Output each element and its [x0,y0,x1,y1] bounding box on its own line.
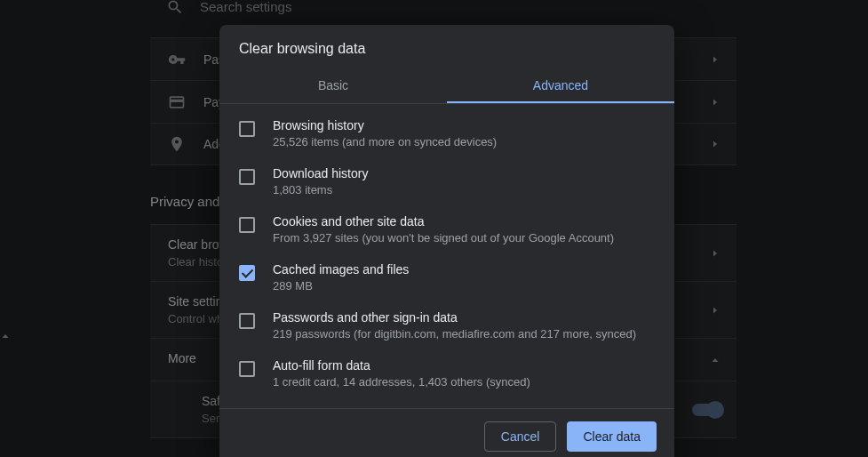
item-download-history[interactable]: Download history 1,803 items [219,157,674,205]
clear-data-button[interactable]: Clear data [567,421,657,452]
item-browsing-history[interactable]: Browsing history 25,526 items (and more … [219,109,674,157]
clear-browsing-data-dialog: Clear browsing data Basic Advanced Brows… [219,25,674,457]
item-cached[interactable]: Cached images and files 289 MB [219,253,674,301]
checkbox[interactable] [239,217,255,233]
tab-advanced[interactable]: Advanced [447,68,674,103]
item-cookies[interactable]: Cookies and other site data From 3,927 s… [219,205,674,253]
tab-basic[interactable]: Basic [219,68,447,103]
item-title: Cookies and other site data [273,214,614,228]
checkbox[interactable] [239,313,255,329]
dialog-tabs: Basic Advanced [219,68,674,103]
dialog-items: Browsing history 25,526 items (and more … [219,104,674,408]
checkbox[interactable] [239,121,255,137]
checkbox[interactable] [239,169,255,185]
cancel-button[interactable]: Cancel [484,421,557,452]
item-title: Passwords and other sign-in data [273,310,636,325]
item-subtitle: From 3,927 sites (you won't be signed ou… [273,231,614,245]
dialog-footer: Cancel Clear data [219,408,674,457]
item-autofill[interactable]: Auto-fill form data 1 credit card, 14 ad… [219,349,674,397]
item-subtitle: 25,526 items (and more on synced devices… [273,135,497,148]
item-title: Download history [273,166,368,180]
item-passwords[interactable]: Passwords and other sign-in data 219 pas… [219,301,674,349]
dialog-title: Clear browsing data [219,25,674,68]
item-subtitle: 289 MB [273,279,409,293]
item-title: Auto-fill form data [273,358,530,373]
item-title: Browsing history [273,118,497,132]
checkbox[interactable] [239,265,255,281]
item-title: Cached images and files [273,262,409,277]
item-subtitle: 1,803 items [273,183,368,196]
checkbox[interactable] [239,361,255,377]
item-subtitle: 1 credit card, 14 addresses, 1,403 other… [273,375,530,389]
item-subtitle: 219 passwords (for digitbin.com, mediafi… [273,327,636,341]
